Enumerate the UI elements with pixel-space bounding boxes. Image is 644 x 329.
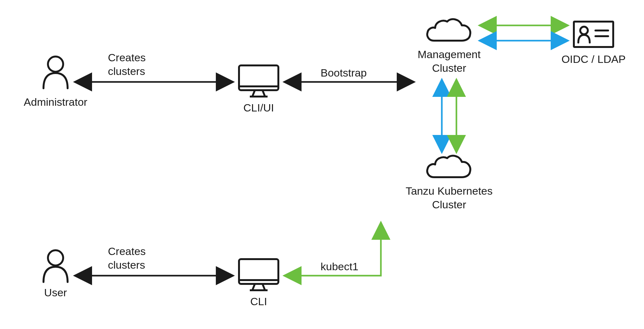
edge-label-admin-cliui: Creates clusters xyxy=(108,51,171,78)
edge-label-user-cli: Creates clusters xyxy=(108,245,171,272)
label-tkc: Tanzu Kubernetes Cluster xyxy=(400,184,498,211)
label-admin: Administrator xyxy=(19,95,92,109)
svg-point-0 xyxy=(48,57,63,72)
cloud-icon xyxy=(427,156,470,177)
label-user: User xyxy=(35,286,76,299)
label-cliui: CLI/UI xyxy=(238,101,279,115)
edge-label-bootstrap: Bootstrap xyxy=(321,66,384,80)
id-card-icon xyxy=(574,22,613,47)
diagram-svg xyxy=(0,0,644,329)
svg-point-7 xyxy=(580,27,588,34)
label-mgmt: Management Cluster xyxy=(409,48,489,75)
svg-rect-6 xyxy=(574,22,613,47)
edge-label-kubectl: kubect1 xyxy=(321,260,384,273)
label-idp: OIDC / LDAP xyxy=(559,52,628,66)
diagram-root: Administrator User CLI/UI CLI Management… xyxy=(0,0,644,329)
person-icon xyxy=(43,57,68,88)
monitor-icon xyxy=(239,65,278,97)
cloud-icon xyxy=(427,19,470,41)
label-cli: CLI xyxy=(244,295,273,308)
monitor-icon xyxy=(239,259,278,290)
svg-point-1 xyxy=(48,250,63,265)
person-icon xyxy=(43,250,68,282)
